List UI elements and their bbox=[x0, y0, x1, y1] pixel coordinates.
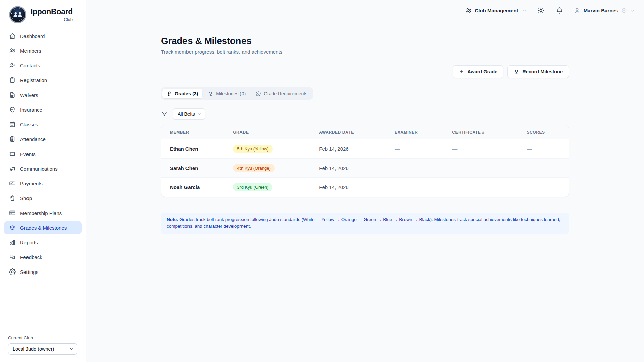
sidebar-item-label: Contacts bbox=[20, 63, 40, 68]
scores-value: — bbox=[518, 178, 569, 197]
chevron-down-icon bbox=[522, 8, 527, 13]
gear-icon bbox=[621, 8, 627, 13]
column-header-member: Member bbox=[161, 125, 224, 139]
tab-grades[interactable]: Grades (3) bbox=[162, 89, 202, 98]
column-header-awarded-date: Awarded Date bbox=[310, 125, 386, 139]
credit-card-icon bbox=[9, 209, 16, 216]
certificate-value: — bbox=[443, 178, 518, 197]
feedback-icon bbox=[9, 254, 16, 260]
tabs-row: Grades (3) Milestones (0) Grade Requirem… bbox=[161, 87, 569, 100]
table-row[interactable]: Sarah Chen 4th Kyu (Orange) Feb 14, 2026… bbox=[161, 159, 569, 178]
tab-grade-requirements-label: Grade Requirements bbox=[264, 91, 307, 96]
tab-grade-requirements[interactable]: Grade Requirements bbox=[251, 89, 312, 98]
banknote-icon bbox=[9, 180, 16, 187]
member-name: Sarah Chen bbox=[161, 159, 224, 178]
table-row[interactable]: Ethan Chen 5th Kyu (Yellow) Feb 14, 2026… bbox=[161, 139, 569, 159]
current-club-label: Current Club bbox=[8, 335, 77, 340]
page-title: Grades & Milestones bbox=[161, 36, 569, 46]
gear-icon bbox=[9, 268, 16, 275]
sidebar-item-attendance[interactable]: Attendance bbox=[4, 132, 82, 146]
member-name: Ethan Chen bbox=[161, 139, 224, 159]
examiner-value: — bbox=[386, 159, 443, 178]
user-name: Marvin Barnes bbox=[584, 8, 618, 13]
club-management-menu[interactable]: Club Management bbox=[465, 7, 527, 14]
grade-badge: 4th Kyu (Orange) bbox=[233, 164, 275, 172]
page-subtitle: Track member progress, belt ranks, and a… bbox=[161, 49, 569, 55]
sidebar-item-events[interactable]: Events bbox=[4, 147, 82, 161]
sidebar-item-insurance[interactable]: Insurance bbox=[4, 103, 82, 116]
note-body: Grades track belt rank progression follo… bbox=[167, 217, 560, 229]
sidebar-footer: Current Club Local Judo (owner) bbox=[0, 329, 86, 362]
sidebar-item-label: Grades & Milestones bbox=[20, 225, 67, 231]
main-area: Club Management Marvin Barnes Grades & M… bbox=[86, 0, 644, 362]
sidebar-item-reports[interactable]: Reports bbox=[4, 236, 82, 249]
trophy-icon bbox=[514, 69, 519, 75]
note-label: Note: bbox=[167, 217, 178, 222]
sidebar-item-classes[interactable]: Classes bbox=[4, 118, 82, 131]
award-icon bbox=[167, 91, 172, 96]
tab-grades-label: Grades (3) bbox=[175, 91, 198, 96]
tab-list: Grades (3) Milestones (0) Grade Requirem… bbox=[161, 87, 313, 100]
user-icon bbox=[574, 7, 581, 14]
app-root: IpponBoard Club Dashboard Members Contac… bbox=[0, 0, 644, 362]
column-header-examiner: Examiner bbox=[386, 125, 443, 139]
sidebar-item-label: Waivers bbox=[20, 92, 38, 98]
sidebar-item-contacts[interactable]: Contacts bbox=[4, 59, 82, 72]
brand: IpponBoard Club bbox=[0, 0, 86, 28]
scores-value: — bbox=[518, 139, 569, 159]
record-milestone-label: Record Milestone bbox=[522, 69, 563, 74]
notifications-button[interactable] bbox=[555, 6, 565, 15]
awarded-date: Feb 14, 2026 bbox=[310, 159, 386, 178]
sidebar-item-label: Attendance bbox=[20, 136, 46, 142]
filter-icon bbox=[161, 111, 168, 117]
chevron-down-icon bbox=[630, 8, 635, 13]
sidebar-item-feedback[interactable]: Feedback bbox=[4, 250, 82, 264]
sidebar-item-registration[interactable]: Registration bbox=[4, 73, 82, 87]
club-logo-icon bbox=[9, 6, 27, 24]
sidebar-item-communications[interactable]: Communications bbox=[4, 162, 82, 175]
trophy-icon bbox=[208, 91, 213, 96]
sidebar-item-dashboard[interactable]: Dashboard bbox=[4, 29, 82, 43]
plus-icon bbox=[459, 69, 464, 74]
table-row[interactable]: Noah Garcia 3rd Kyu (Green) Feb 14, 2026… bbox=[161, 178, 569, 197]
sidebar-item-membership-plans[interactable]: Membership Plans bbox=[4, 206, 82, 220]
sidebar-item-label: Registration bbox=[20, 77, 47, 83]
sidebar-item-label: Payments bbox=[20, 181, 43, 186]
sidebar-item-waivers[interactable]: Waivers bbox=[4, 88, 82, 102]
tab-milestones[interactable]: Milestones (0) bbox=[204, 89, 250, 98]
award-grade-label: Award Grade bbox=[467, 69, 497, 74]
file-text-icon bbox=[9, 92, 16, 98]
sidebar-item-label: Dashboard bbox=[20, 33, 45, 39]
sidebar-nav: Dashboard Members Contacts Registration … bbox=[0, 28, 86, 281]
sidebar-item-shop[interactable]: Shop bbox=[4, 191, 82, 205]
user-menu[interactable]: Marvin Barnes bbox=[574, 7, 635, 14]
sidebar-item-label: Membership Plans bbox=[20, 210, 62, 216]
sidebar-item-payments[interactable]: Payments bbox=[4, 177, 82, 190]
content-scroll[interactable]: Grades & Milestones Track member progres… bbox=[86, 21, 644, 362]
sidebar-item-label: Events bbox=[20, 151, 36, 157]
sidebar-item-settings[interactable]: Settings bbox=[4, 265, 82, 279]
current-club-select[interactable]: Local Judo (owner) bbox=[8, 343, 77, 355]
belt-filter-select[interactable]: All Belts bbox=[173, 108, 205, 120]
page-actions: Award Grade Record Milestone bbox=[161, 65, 569, 78]
grade-badge: 3rd Kyu (Green) bbox=[233, 183, 272, 191]
filter-row: All Belts bbox=[161, 108, 569, 120]
user-plus-icon bbox=[9, 62, 16, 69]
sidebar-item-grades-milestones[interactable]: Grades & Milestones bbox=[4, 221, 82, 234]
sidebar-item-label: Settings bbox=[20, 269, 38, 275]
topbar: Club Management Marvin Barnes bbox=[86, 0, 644, 21]
awarded-date: Feb 14, 2026 bbox=[310, 139, 386, 159]
award-grade-button[interactable]: Award Grade bbox=[453, 65, 503, 78]
tab-milestones-label: Milestones (0) bbox=[216, 91, 246, 96]
sidebar-item-label: Communications bbox=[20, 166, 58, 172]
shopping-bag-icon bbox=[9, 195, 16, 201]
bell-icon bbox=[556, 7, 563, 14]
record-milestone-button[interactable]: Record Milestone bbox=[507, 65, 569, 78]
ticket-icon bbox=[9, 150, 16, 157]
table-header-row: Member Grade Awarded Date Examiner Certi… bbox=[161, 125, 569, 139]
sidebar: IpponBoard Club Dashboard Members Contac… bbox=[0, 0, 86, 362]
sidebar-item-members[interactable]: Members bbox=[4, 44, 82, 57]
graduation-cap-icon bbox=[9, 224, 16, 231]
scores-value: — bbox=[518, 159, 569, 178]
theme-toggle-button[interactable] bbox=[536, 6, 546, 15]
